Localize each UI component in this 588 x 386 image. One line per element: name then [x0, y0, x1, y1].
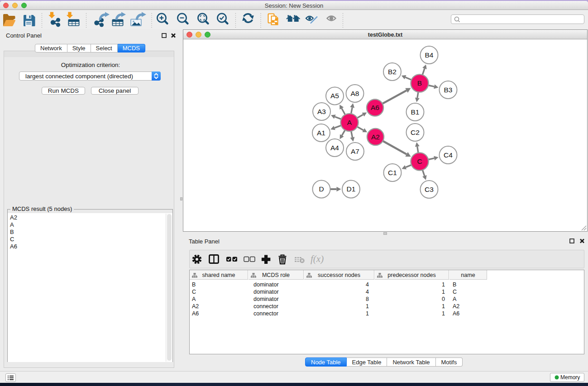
svg-text:B2: B2 [388, 68, 397, 76]
svg-text:A6: A6 [371, 104, 379, 111]
svg-text:B3: B3 [444, 86, 453, 94]
svg-text:D: D [319, 185, 324, 193]
svg-text:B1: B1 [411, 108, 420, 116]
svg-text:A5: A5 [330, 92, 339, 100]
svg-text:C2: C2 [411, 129, 420, 136]
svg-text:D1: D1 [347, 185, 356, 193]
svg-text:A8: A8 [351, 90, 359, 97]
svg-text:C4: C4 [444, 151, 453, 159]
svg-text:C: C [417, 157, 422, 165]
svg-text:A3: A3 [317, 108, 326, 115]
svg-text:C3: C3 [425, 186, 434, 193]
svg-text:A1: A1 [317, 129, 325, 137]
svg-text:A: A [347, 119, 352, 126]
svg-text:B4: B4 [425, 51, 434, 59]
svg-text:B: B [417, 79, 422, 87]
svg-text:C1: C1 [388, 169, 397, 176]
svg-text:A2: A2 [371, 133, 380, 141]
svg-text:A7: A7 [351, 148, 359, 155]
svg-text:A4: A4 [330, 144, 339, 152]
